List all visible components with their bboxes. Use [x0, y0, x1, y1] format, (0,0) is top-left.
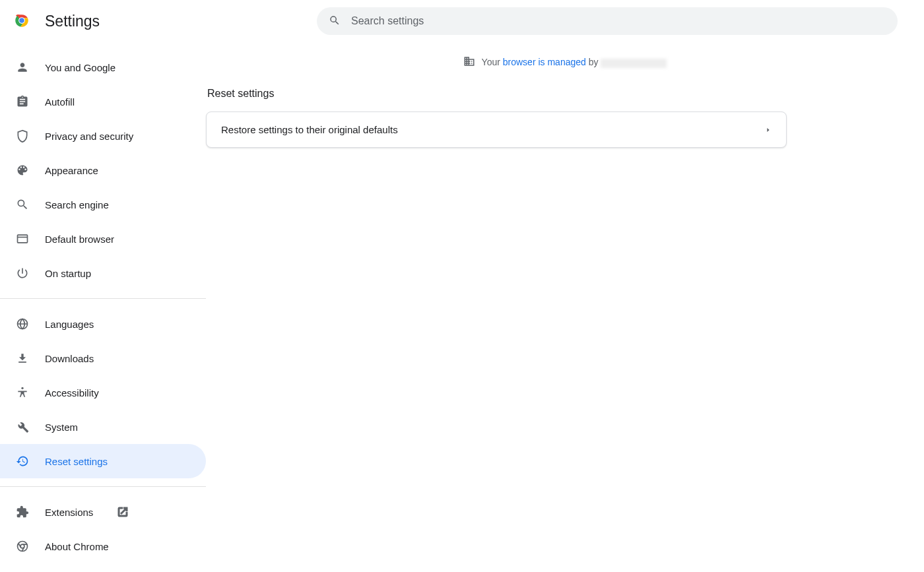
sidebar-item-label: Search engine — [45, 199, 109, 210]
sidebar: You and Google Autofill Privacy and secu… — [0, 42, 206, 563]
sidebar-item-label: Extensions — [45, 507, 93, 518]
sidebar-item-label: Languages — [45, 319, 94, 330]
clipboard-icon — [16, 95, 29, 108]
sidebar-item-appearance[interactable]: Appearance — [0, 153, 206, 187]
sidebar-item-label: Reset settings — [45, 456, 108, 467]
shield-icon — [16, 129, 29, 143]
sidebar-item-label: Autofill — [45, 96, 75, 108]
sidebar-item-default-browser[interactable]: Default browser — [0, 222, 206, 256]
search-icon — [329, 15, 341, 28]
power-icon — [16, 267, 29, 280]
palette-icon — [16, 164, 29, 177]
sidebar-item-autofill[interactable]: Autofill — [0, 84, 206, 119]
managed-link[interactable]: browser is managed — [503, 57, 586, 67]
globe-icon — [16, 317, 29, 331]
header-left: Settings — [13, 12, 317, 31]
sidebar-item-label: About Chrome — [45, 541, 109, 552]
download-icon — [16, 352, 29, 365]
managed-banner: Your browser is managed by — [206, 55, 924, 69]
chevron-right-icon — [765, 124, 772, 135]
sidebar-item-label: Downloads — [45, 353, 94, 364]
sidebar-item-search-engine[interactable]: Search engine — [0, 187, 206, 222]
content-area: Reset settings Restore settings to their… — [206, 88, 787, 148]
sidebar-item-label: Appearance — [45, 165, 98, 176]
divider — [0, 486, 206, 487]
reset-card: Restore settings to their original defau… — [206, 111, 787, 148]
sidebar-item-downloads[interactable]: Downloads — [0, 341, 206, 375]
browser-icon — [16, 232, 29, 245]
sidebar-item-label: On startup — [45, 268, 91, 279]
domain-icon — [463, 55, 475, 69]
restore-icon — [16, 455, 29, 468]
sidebar-item-system[interactable]: System — [0, 410, 206, 444]
accessibility-icon — [16, 386, 29, 399]
open-in-new-icon — [117, 506, 129, 518]
chrome-outline-icon — [16, 540, 29, 553]
sidebar-item-label: Default browser — [45, 234, 114, 245]
restore-defaults-row[interactable]: Restore settings to their original defau… — [207, 112, 786, 147]
sidebar-item-label: You and Google — [45, 62, 116, 73]
sidebar-item-extensions[interactable]: Extensions — [0, 495, 206, 529]
sidebar-item-privacy-and-security[interactable]: Privacy and security — [0, 119, 206, 153]
managed-prefix: Your — [482, 57, 503, 67]
svg-point-2 — [19, 18, 24, 23]
sidebar-item-label: System — [45, 422, 78, 433]
search-wrap — [317, 7, 911, 35]
sidebar-item-reset-settings[interactable]: Reset settings — [0, 444, 206, 478]
managed-text: Your browser is managed by — [482, 57, 667, 67]
svg-rect-3 — [18, 235, 28, 243]
sidebar-item-label: Accessibility — [45, 387, 99, 398]
search-bar[interactable] — [317, 7, 898, 35]
wrench-icon — [16, 420, 29, 433]
sidebar-item-on-startup[interactable]: On startup — [0, 256, 206, 290]
managed-org-redacted — [601, 59, 667, 68]
search-icon — [16, 198, 29, 211]
search-input[interactable] — [351, 15, 886, 27]
sidebar-item-you-and-google[interactable]: You and Google — [0, 50, 206, 84]
app-header: Settings — [0, 0, 924, 42]
section-title: Reset settings — [206, 88, 787, 100]
card-row-label: Restore settings to their original defau… — [221, 124, 398, 135]
main-content: Your browser is managed by Reset setting… — [206, 42, 924, 563]
chrome-logo-icon — [13, 12, 30, 31]
person-icon — [16, 61, 29, 74]
extension-icon — [16, 505, 29, 519]
sidebar-item-accessibility[interactable]: Accessibility — [0, 375, 206, 410]
app-title: Settings — [45, 13, 100, 30]
sidebar-item-languages[interactable]: Languages — [0, 307, 206, 341]
sidebar-item-about-chrome[interactable]: About Chrome — [0, 529, 206, 563]
divider — [0, 298, 206, 299]
svg-point-6 — [21, 387, 23, 389]
managed-suffix: by — [586, 57, 601, 67]
sidebar-item-label: Privacy and security — [45, 131, 133, 142]
